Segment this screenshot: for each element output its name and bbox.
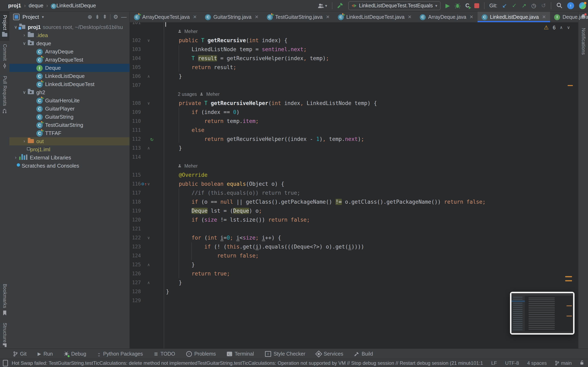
tab-close-icon[interactable]: ✕	[542, 14, 546, 20]
toolbar-item-build[interactable]: Build	[354, 351, 373, 357]
tree-item-ArrayDequeTest[interactable]: CArrayDequeTest	[9, 56, 130, 64]
stop-button[interactable]	[474, 3, 479, 8]
code-line-126[interactable]: 126 return true;	[130, 269, 578, 278]
run-with-coverage-button[interactable]: C	[465, 2, 469, 9]
toolbar-item-python-packages[interactable]: ⌄⌄Python Packages	[97, 351, 143, 357]
fold-marker-icon[interactable]: ∧	[147, 278, 150, 287]
git-commit-check-icon[interactable]: ✓	[512, 3, 517, 8]
tree-item-gh2[interactable]: ∨gh2	[9, 88, 130, 96]
tree-chevron-icon[interactable]: ∨	[21, 90, 28, 95]
code-line-115[interactable]: 115 @Override	[130, 170, 578, 179]
unlocked-icon[interactable]	[580, 360, 584, 366]
code-inlay-hint[interactable]: Meher	[130, 27, 578, 36]
code-line-127[interactable]: 127∧ }	[130, 278, 578, 287]
toolbar-item-run[interactable]: ▶Run	[38, 351, 53, 357]
tab-LinkedListDeque.java[interactable]: CLinkedListDeque.java✕	[477, 12, 550, 22]
tab-GuitarString.java[interactable]: CGuitarString.java✕	[201, 12, 263, 22]
fold-marker-icon[interactable]: ∧	[147, 260, 150, 269]
chevron-down-icon[interactable]: ▾	[42, 15, 44, 19]
breadcrumb-item[interactable]: deque	[29, 2, 43, 9]
code-line-122[interactable]: 122∨ for (int i=0; i<size; i++) {	[130, 233, 578, 242]
tree-item-Scratches-and-Consoles[interactable]: Scratches and Consoles	[9, 162, 130, 170]
tree-item-LinkedListDequeTest[interactable]: CLinkedListDequeTest	[9, 80, 130, 88]
code-line-110[interactable]: 110 return temp.item;	[130, 117, 578, 125]
fold-marker-icon[interactable]: ∨	[147, 99, 150, 108]
sidebar-item-commit[interactable]: Commit	[0, 41, 9, 73]
breadcrumb-item[interactable]: proj1	[8, 2, 21, 9]
ide-update-icon[interactable]: ↑	[567, 2, 574, 9]
scrollbar-mark[interactable]	[568, 85, 573, 86]
prev-warning-icon[interactable]: ∧	[560, 25, 563, 30]
tree-item-TTFAF[interactable]: CTTFAF	[9, 129, 130, 137]
rollback-icon[interactable]: ↺	[541, 3, 546, 8]
code-editor[interactable]: 101Meher102∨ public T getRecursive(int i…	[130, 22, 578, 349]
tab-close-icon[interactable]: ✕	[326, 14, 330, 20]
fold-marker-icon[interactable]: ∨	[147, 179, 150, 188]
caret-position[interactable]: 101:1	[471, 360, 483, 366]
tab-close-icon[interactable]: ✕	[470, 14, 474, 20]
git-push-icon[interactable]: ↗	[522, 3, 526, 8]
hide-panel-icon[interactable]: —	[121, 14, 127, 20]
tab-ArrayDequeTest.java[interactable]: CArrayDequeTest.java✕	[130, 12, 201, 22]
tree-chevron-icon[interactable]: ›	[21, 33, 28, 38]
fold-marker-icon[interactable]: ∧	[147, 72, 150, 81]
tree-chevron-icon[interactable]: ›	[21, 139, 28, 144]
tab-TestGuitarString.java[interactable]: CTestGuitarString.java✕	[263, 12, 334, 22]
fold-marker-icon[interactable]: ∧	[147, 143, 150, 152]
code-line-118[interactable]: 118 if (o == null || getClass().getPacka…	[130, 197, 578, 206]
sidebar-item-bookmarks[interactable]: Bookmarks	[0, 281, 9, 320]
tree-chevron-icon[interactable]: ›	[12, 155, 19, 160]
toolbar-item-services[interactable]: Services	[316, 351, 343, 357]
tab-Deque.java[interactable]: IDeque.java✕	[550, 12, 588, 22]
tree-chevron-icon[interactable]: ∨	[21, 41, 28, 46]
next-warning-icon[interactable]: ∨	[567, 25, 570, 30]
code-line-125[interactable]: 125∧ }	[130, 260, 578, 269]
status-message[interactable]: Hot Swap failed: TestGuitarString.testTi…	[12, 360, 471, 366]
code-line-109[interactable]: 109 if (index == 0)	[130, 108, 578, 117]
tree-item-out[interactable]: ›out	[9, 137, 130, 145]
tree-item-GuitarPlayer[interactable]: CGuitarPlayer	[9, 105, 130, 113]
line-ending[interactable]: LF	[491, 360, 497, 366]
fold-marker-icon[interactable]: ∨	[147, 36, 150, 45]
sidebar-item-project[interactable]: Project	[0, 12, 9, 41]
code-line-106[interactable]: 106∧ }	[130, 72, 578, 81]
toolbar-item-todo[interactable]: ≣TODO	[154, 351, 175, 357]
profile-avatar[interactable]	[579, 2, 586, 9]
code-inlay-hint[interactable]: 2 usagesMeher	[130, 90, 578, 99]
fold-marker-icon[interactable]: ∨	[147, 233, 150, 242]
code-line-119[interactable]: 119 Deque lst = (Deque) o;	[130, 206, 578, 215]
inspection-widget[interactable]: ⚠ 6 ∧ ∨	[544, 24, 570, 31]
code-line-124[interactable]: 124 return false;	[130, 251, 578, 260]
sidebar-item-structure[interactable]: Structure	[0, 319, 9, 349]
code-line-104[interactable]: 104 T result = getRecursiveHelper(index,…	[130, 54, 578, 63]
search-icon[interactable]	[556, 2, 562, 9]
tree-item-proj1.iml[interactable]: proj1.iml	[9, 145, 130, 154]
tab-ArrayDeque.java[interactable]: CArrayDeque.java✕	[416, 12, 477, 22]
collapse-all-icon[interactable]: ⇞	[103, 14, 107, 20]
tree-item-TestGuitarString[interactable]: CTestGuitarString	[9, 121, 130, 129]
breadcrumb-item[interactable]: LinkedListDeque	[56, 2, 96, 9]
tree-item-GuitarHeroLite[interactable]: CGuitarHeroLite	[9, 96, 130, 105]
tab-LinkedListDequeTest.java[interactable]: CLinkedListDequeTest.java✕	[334, 12, 416, 22]
tree-item-ArrayDeque[interactable]: CArrayDeque	[9, 48, 130, 56]
locate-file-icon[interactable]: ⊕	[87, 14, 92, 20]
code-line-108[interactable]: 108∨ private T getRecursiveHelper(int in…	[130, 99, 578, 108]
toolbar-item-terminal[interactable]: ›_Terminal	[227, 351, 254, 357]
code-line-121[interactable]: 121	[130, 224, 578, 233]
tree-item-.idea[interactable]: ›.idea	[9, 31, 130, 39]
code-line-116[interactable]: 116∨⊙↑ public boolean equals(Object o) {	[130, 179, 578, 188]
code-line-112[interactable]: 112↻ return getRecursiveHelper((index - …	[130, 134, 578, 143]
build-hammer-icon[interactable]	[337, 2, 343, 9]
code-line-114[interactable]: 114	[130, 152, 578, 161]
code-line-101[interactable]: 101	[130, 22, 578, 27]
git-update-icon[interactable]: ↙	[502, 3, 507, 8]
file-encoding[interactable]: UTF-8	[505, 360, 519, 366]
gear-icon[interactable]: ⚙	[113, 14, 118, 20]
tab-close-icon[interactable]: ✕	[255, 14, 259, 20]
tree-item-External-Libraries[interactable]: ›External Libraries	[9, 154, 130, 162]
breadcrumb[interactable]: proj1›deque›CLinkedListDeque	[8, 2, 96, 9]
toolbar-item-debug[interactable]: Debug	[64, 351, 86, 357]
indent-setting[interactable]: 4 spaces	[527, 360, 547, 366]
tree-item-deque[interactable]: ∨deque	[9, 39, 130, 48]
sidebar-item-notifications[interactable]: Notifications	[579, 25, 588, 58]
